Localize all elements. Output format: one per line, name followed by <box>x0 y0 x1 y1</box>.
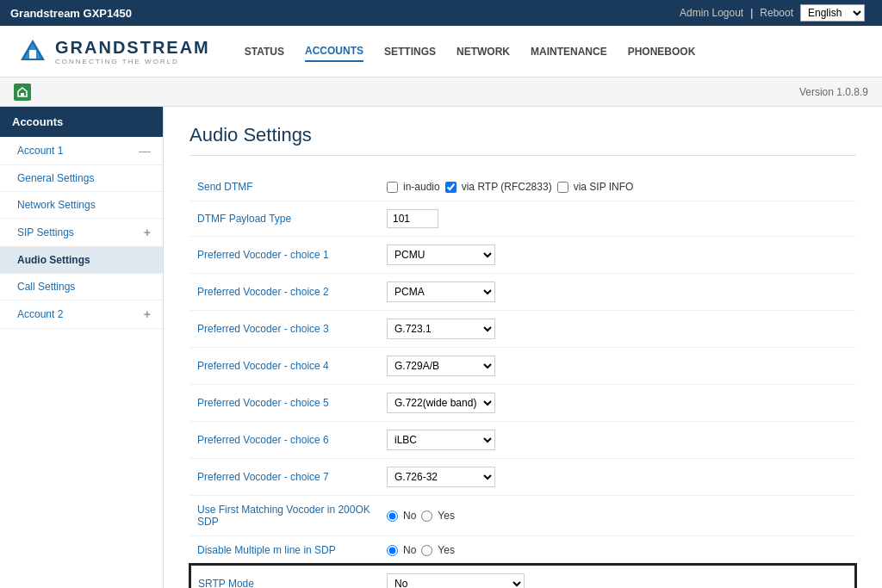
value-send-dtmf: in-audio via RTP (RFC2833) via SIP INFO <box>380 173 855 201</box>
sidebar-item-call-settings[interactable]: Call Settings <box>0 274 163 300</box>
value-dtmf-payload <box>380 201 855 237</box>
dtmf-payload-input[interactable] <box>387 209 438 228</box>
first-vocoder-radio-group: No Yes <box>387 510 848 522</box>
svg-rect-2 <box>29 50 36 59</box>
value-disable-mline: No Yes <box>380 536 855 566</box>
sidebar-item-general-settings[interactable]: General Settings <box>0 165 163 192</box>
topbar-title: Grandstream GXP1450 <box>10 7 132 20</box>
content: Audio Settings Send DTMF in-audio via RT… <box>164 107 882 588</box>
sidebar-item-sip-settings[interactable]: SIP Settings + <box>0 219 163 247</box>
label-send-dtmf: Send DTMF <box>190 173 380 201</box>
row-vocoder2: Preferred Vocoder - choice 2 PCMU PCMA G… <box>190 274 855 311</box>
row-srtp-mode: SRTP Mode No Enabled but not forced Enab… <box>190 565 855 588</box>
sidebar-item-audio-settings[interactable]: Audio Settings <box>0 247 163 274</box>
logo-brand: GRANDSTREAM <box>55 38 210 58</box>
sidebar: Accounts Account 1 — General Settings Ne… <box>0 107 164 588</box>
sidebar-account1-label: Account 1 <box>17 145 63 157</box>
logo: GRANDSTREAM CONNECTING THE WORLD <box>17 36 210 67</box>
label-srtp-mode: SRTP Mode <box>190 565 380 588</box>
mline-no-radio[interactable] <box>387 545 398 556</box>
topbar-actions: Admin Logout | Reboot English Chinese Sp… <box>680 4 872 22</box>
row-vocoder1: Preferred Vocoder - choice 1 PCMU PCMA G… <box>190 237 855 274</box>
mline-radio-group: No Yes <box>387 544 848 556</box>
label-vocoder7: Preferred Vocoder - choice 7 <box>190 459 380 496</box>
vocoder3-select[interactable]: PCMU PCMA G.723.1 G.729A/B G.722(wide ba… <box>387 319 495 339</box>
srtp-mode-select[interactable]: No Enabled but not forced Enabled and fo… <box>387 573 525 588</box>
nav-network[interactable]: NETWORK <box>457 42 510 61</box>
sidebar-network-label: Network Settings <box>17 199 96 211</box>
nav-status[interactable]: STATUS <box>245 42 284 61</box>
main-layout: Accounts Account 1 — General Settings Ne… <box>0 107 882 588</box>
row-send-dtmf: Send DTMF in-audio via RTP (RFC2833) via… <box>190 173 855 201</box>
navbar: GRANDSTREAM CONNECTING THE WORLD STATUS … <box>0 26 882 77</box>
sidebar-call-label: Call Settings <box>17 281 75 293</box>
label-dtmf-payload: DTMF Payload Type <box>190 201 380 237</box>
dtmf-checkbox-group: in-audio via RTP (RFC2833) via SIP INFO <box>387 181 848 193</box>
nav-settings[interactable]: SETTINGS <box>384 42 436 61</box>
sidebar-item-account1[interactable]: Account 1 — <box>0 137 163 165</box>
row-disable-mline: Disable Multiple m line in SDP No Yes <box>190 536 855 566</box>
vocoder5-select[interactable]: PCMU PCMA G.723.1 G.729A/B G.722(wide ba… <box>387 393 495 413</box>
logo-tagline: CONNECTING THE WORLD <box>55 58 210 65</box>
value-use-first-vocoder: No Yes <box>380 496 855 536</box>
nav-maintenance[interactable]: MAINTENANCE <box>531 42 607 61</box>
topbar: Grandstream GXP1450 Admin Logout | Reboo… <box>0 0 882 26</box>
settings-table: Send DTMF in-audio via RTP (RFC2833) via… <box>189 173 856 588</box>
nav-phonebook[interactable]: PHONEBOOK <box>628 42 696 61</box>
reboot-link[interactable]: Reboot <box>760 7 793 19</box>
row-vocoder7: Preferred Vocoder - choice 7 PCMU PCMA G… <box>190 459 855 496</box>
logo-icon <box>17 36 48 67</box>
breadcrumb-bar: Version 1.0.8.9 <box>0 77 882 107</box>
nav-accounts[interactable]: ACCOUNTS <box>305 41 363 62</box>
sidebar-audio-label: Audio Settings <box>17 254 90 266</box>
first-vocoder-no-label[interactable]: No <box>403 510 416 522</box>
label-vocoder3: Preferred Vocoder - choice 3 <box>190 311 380 348</box>
page-title: Audio Settings <box>189 124 856 156</box>
vocoder4-select[interactable]: PCMU PCMA G.723.1 G.729A/B G.722(wide ba… <box>387 356 495 376</box>
first-vocoder-yes-radio[interactable] <box>421 511 432 522</box>
sidebar-plus-icon: + <box>144 226 151 239</box>
mline-yes-label[interactable]: Yes <box>438 544 455 556</box>
dtmf-inaudio-checkbox[interactable] <box>387 182 398 193</box>
row-vocoder6: Preferred Vocoder - choice 6 PCMU PCMA G… <box>190 422 855 459</box>
logo-text: GRANDSTREAM CONNECTING THE WORLD <box>55 38 210 65</box>
row-use-first-vocoder: Use First Matching Vocoder in 200OK SDP … <box>190 496 855 536</box>
value-vocoder1: PCMU PCMA G.723.1 G.729A/B G.722(wide ba… <box>380 237 855 274</box>
admin-logout-link[interactable]: Admin Logout <box>680 7 743 19</box>
value-vocoder4: PCMU PCMA G.723.1 G.729A/B G.722(wide ba… <box>380 348 855 385</box>
dtmf-inaudio-label[interactable]: in-audio <box>403 181 440 193</box>
language-select[interactable]: English Chinese Spanish French German <box>800 4 865 22</box>
value-vocoder3: PCMU PCMA G.723.1 G.729A/B G.722(wide ba… <box>380 311 855 348</box>
row-vocoder5: Preferred Vocoder - choice 5 PCMU PCMA G… <box>190 385 855 422</box>
sidebar-sip-label: SIP Settings <box>17 226 74 238</box>
mline-no-label[interactable]: No <box>403 544 416 556</box>
sidebar-header: Accounts <box>0 107 163 137</box>
sidebar-item-network-settings[interactable]: Network Settings <box>0 192 163 219</box>
dtmf-sipinfo-label[interactable]: via SIP INFO <box>574 181 634 193</box>
label-vocoder6: Preferred Vocoder - choice 6 <box>190 422 380 459</box>
label-disable-mline: Disable Multiple m line in SDP <box>190 536 380 566</box>
vocoder2-select[interactable]: PCMU PCMA G.723.1 G.729A/B G.722(wide ba… <box>387 282 495 302</box>
row-dtmf-payload: DTMF Payload Type <box>190 201 855 237</box>
first-vocoder-yes-label[interactable]: Yes <box>438 510 455 522</box>
first-vocoder-no-radio[interactable] <box>387 511 398 522</box>
dtmf-rtp-label[interactable]: via RTP (RFC2833) <box>462 181 552 193</box>
sidebar-general-label: General Settings <box>17 172 94 184</box>
dtmf-sipinfo-checkbox[interactable] <box>557 182 568 193</box>
mline-yes-radio[interactable] <box>421 545 432 556</box>
vocoder1-select[interactable]: PCMU PCMA G.723.1 G.729A/B G.722(wide ba… <box>387 244 495 265</box>
value-vocoder5: PCMU PCMA G.723.1 G.729A/B G.722(wide ba… <box>380 385 855 422</box>
vocoder6-select[interactable]: PCMU PCMA G.723.1 G.729A/B G.722(wide ba… <box>387 430 495 450</box>
row-vocoder3: Preferred Vocoder - choice 3 PCMU PCMA G… <box>190 311 855 348</box>
label-vocoder4: Preferred Vocoder - choice 4 <box>190 348 380 385</box>
dtmf-rtp-checkbox[interactable] <box>445 182 457 193</box>
home-icon <box>16 86 28 98</box>
label-vocoder2: Preferred Vocoder - choice 2 <box>190 274 380 311</box>
vocoder7-select[interactable]: PCMU PCMA G.723.1 G.729A/B G.722(wide ba… <box>387 467 495 487</box>
label-vocoder5: Preferred Vocoder - choice 5 <box>190 385 380 422</box>
sidebar-item-account2[interactable]: Account 2 + <box>0 300 163 329</box>
value-srtp-mode: No Enabled but not forced Enabled and fo… <box>380 565 855 588</box>
value-vocoder7: PCMU PCMA G.723.1 G.729A/B G.722(wide ba… <box>380 459 855 496</box>
breadcrumb-icon <box>14 84 31 101</box>
label-use-first-vocoder: Use First Matching Vocoder in 200OK SDP <box>190 496 380 536</box>
